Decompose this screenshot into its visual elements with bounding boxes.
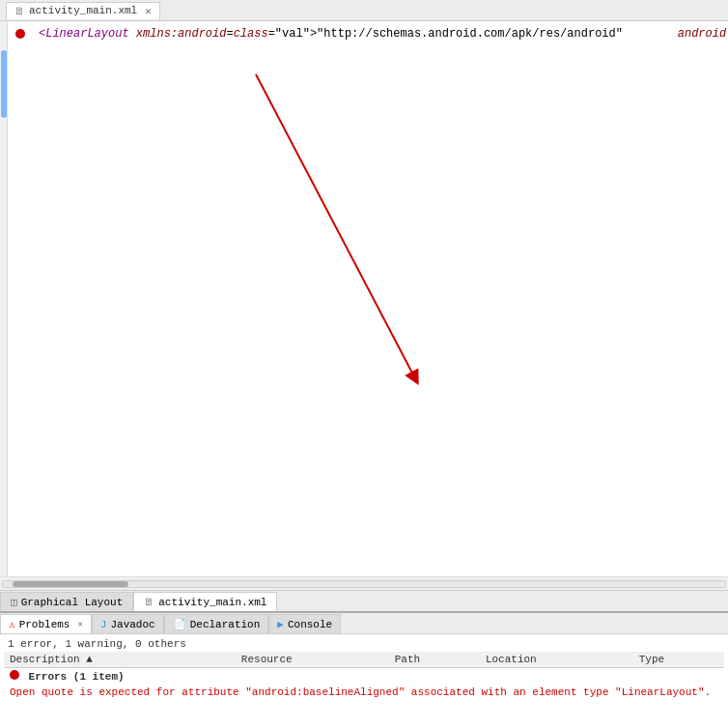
code-line: <LinearLayout xmlns:android=class="val">… <box>12 25 623 42</box>
line-number <box>623 25 642 42</box>
console-icon: ▶ <box>277 618 284 630</box>
tab-problems[interactable]: ⚠ Problems ✕ <box>0 614 92 633</box>
activity-xml-label: activity_main.xml <box>158 597 266 608</box>
error-group-text: Errors (1 item) <box>29 671 125 683</box>
editor-container: <LinearLayout xmlns:android=class="val">… <box>0 21 728 611</box>
problems-summary: 1 error, 1 warning, 0 others <box>4 636 724 652</box>
graphical-layout-label: Graphical Layout <box>21 597 124 608</box>
problems-table: Description ▲ Resource Path Location Typ… <box>4 652 724 700</box>
col-resource[interactable]: Resource <box>236 652 389 668</box>
svg-line-0 <box>256 74 415 378</box>
declaration-tab-label: Declaration <box>190 619 261 630</box>
close-problems-icon[interactable]: ✕ <box>77 619 82 629</box>
editor-tab[interactable]: 🗎 activity_main.xml ✕ <box>6 2 160 19</box>
tab-graphical-layout[interactable]: ◫ Graphical Layout <box>0 592 133 611</box>
line-content: android:baselineAligned=class="val">"fal… <box>642 25 728 42</box>
line-number <box>12 25 31 42</box>
layout-icon: ◫ <box>11 596 17 608</box>
error-message: Open quote is expected for attribute "an… <box>4 685 724 700</box>
col-description[interactable]: Description ▲ <box>4 652 236 668</box>
col-type[interactable]: Type <box>633 652 724 668</box>
tab-declaration[interactable]: 📄 Declaration <box>164 614 269 633</box>
javadoc-tab-label: Javadoc <box>110 619 154 630</box>
error-group-row: Errors (1 item) <box>4 668 724 685</box>
problems-content: 1 error, 1 warning, 0 others Description… <box>0 634 728 727</box>
code-line: android:baselineAligned=class="val">"fal… <box>623 25 728 42</box>
title-bar: 🗎 activity_main.xml ✕ <box>0 0 728 21</box>
tab-activity-xml[interactable]: 🗎 activity_main.xml <box>133 592 277 611</box>
error-group-icon <box>10 670 19 680</box>
col-path[interactable]: Path <box>389 652 480 668</box>
scroll-indicator <box>1 50 7 118</box>
problems-tabs: ⚠ Problems ✕ J Javadoc 📄 Declaration ▶ C… <box>0 613 728 634</box>
tab-console[interactable]: ▶ Console <box>268 614 341 633</box>
editor-bottom-tabs: ◫ Graphical Layout 🗎 activity_main.xml <box>0 590 728 611</box>
error-dot-icon <box>15 29 25 39</box>
close-icon[interactable]: ✕ <box>145 5 152 17</box>
left-gutter-bar <box>0 21 8 576</box>
tab-label: activity_main.xml <box>29 5 137 16</box>
line-content: <LinearLayout xmlns:android=class="val">… <box>31 25 623 42</box>
table-header-row: Description ▲ Resource Path Location Typ… <box>4 652 724 668</box>
xml-file-icon: 🗎 <box>14 5 25 17</box>
editor-content[interactable]: <LinearLayout xmlns:android=class="val">… <box>0 21 728 576</box>
col-location[interactable]: Location <box>480 652 633 668</box>
problems-tab-label: Problems <box>19 619 70 630</box>
error-detail-row[interactable]: Open quote is expected for attribute "an… <box>4 685 724 700</box>
scrollbar-track[interactable] <box>2 580 726 588</box>
problems-icon: ⚠ <box>9 618 15 630</box>
xml-icon: 🗎 <box>144 596 154 608</box>
console-tab-label: Console <box>288 619 332 630</box>
javadoc-icon: J <box>100 619 107 630</box>
error-group-label: Errors (1 item) <box>4 668 724 685</box>
declaration-icon: 📄 <box>173 618 186 630</box>
scrollbar-thumb[interactable] <box>13 581 128 587</box>
error-arrow <box>0 21 728 427</box>
horizontal-scrollbar[interactable] <box>0 576 728 590</box>
tab-javadoc[interactable]: J Javadoc <box>92 614 164 633</box>
code-area: <LinearLayout xmlns:android=class="val">… <box>8 25 728 42</box>
problems-panel: ⚠ Problems ✕ J Javadoc 📄 Declaration ▶ C… <box>0 611 728 727</box>
